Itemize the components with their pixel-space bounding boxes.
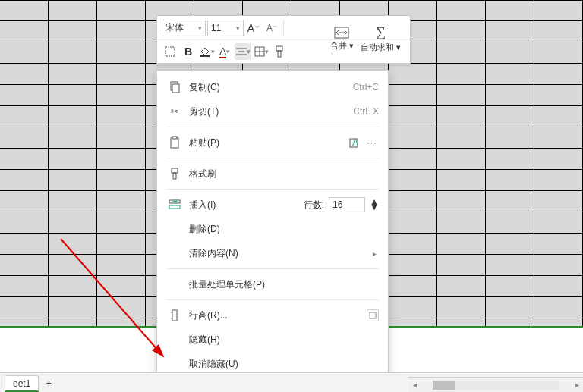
dropdown-icon: ▾ (236, 24, 240, 32)
menu-row-height-label: 行高(R)... (189, 309, 367, 322)
menu-paste[interactable]: 粘贴(P) A ··· (157, 130, 388, 155)
svg-rect-3 (200, 55, 210, 57)
menu-delete-label: 删除(D) (189, 223, 379, 236)
menu-batch[interactable]: 批量处理单元格(P) (157, 272, 388, 296)
font-family-select[interactable]: 宋体▾ (162, 20, 206, 36)
menu-hide[interactable]: 隐藏(H) (157, 328, 388, 352)
svg-text:A: A (352, 137, 358, 148)
font-color-button[interactable]: A▾ (216, 43, 233, 60)
border-icon (254, 46, 265, 57)
menu-batch-label: 批量处理单元格(P) (189, 278, 379, 291)
fill-color-button[interactable]: ▾ (198, 43, 215, 60)
increase-font-button[interactable]: A⁺ (245, 20, 262, 36)
svg-rect-13 (172, 84, 179, 93)
merge-icon (334, 27, 349, 39)
menu-insert-label: 插入(I) (189, 199, 304, 212)
dropdown-icon: ▾ (265, 48, 269, 55)
font-size-value: 11 (211, 23, 221, 33)
scroll-left-icon[interactable]: ◂ (408, 381, 421, 389)
paste-special-button[interactable]: A (347, 136, 361, 149)
spinner-down-icon[interactable]: ▼ (370, 205, 379, 210)
insert-rows-icon: + (166, 196, 183, 213)
decrease-font-button[interactable]: A⁻ (263, 20, 280, 36)
svg-rect-11 (278, 51, 281, 57)
menu-row-height[interactable]: 行高(R)... (157, 303, 388, 328)
rows-count-label: 行数: (304, 199, 324, 212)
row-height-icon (166, 307, 183, 324)
scrollbar-track[interactable] (433, 381, 559, 390)
context-menu: 复制(C) Ctrl+C ✂ 剪切(T) Ctrl+X 粘贴(P) A ··· … (156, 70, 389, 392)
svg-rect-10 (276, 46, 282, 51)
format-painter-button[interactable] (271, 43, 288, 60)
merge-cells-button[interactable]: 合并 ▾ (326, 20, 358, 57)
menu-delete[interactable]: 删除(D) (157, 217, 388, 241)
menu-copy-shortcut: Ctrl+C (353, 82, 379, 93)
border-button[interactable]: ▾ (253, 43, 269, 60)
menu-copy-label: 复制(C) (189, 81, 353, 94)
menu-clear[interactable]: 清除内容(N) ▸ (157, 241, 388, 265)
format-painter-icon (166, 165, 183, 182)
svg-rect-23 (172, 310, 177, 321)
dropdown-icon: ▾ (247, 48, 251, 55)
scissors-icon: ✂ (166, 103, 183, 120)
svg-rect-19 (173, 173, 176, 179)
svg-rect-15 (172, 136, 177, 139)
font-family-value: 宋体 (165, 21, 184, 34)
scrollbar-thumb[interactable] (433, 381, 455, 390)
submenu-arrow-icon: ▸ (370, 249, 379, 258)
paste-more-button[interactable]: ··· (365, 136, 379, 149)
plus-icon: + (46, 378, 52, 389)
menu-paste-label: 粘贴(P) (189, 136, 347, 149)
menu-copy[interactable]: 复制(C) Ctrl+C (157, 75, 388, 99)
dropdown-icon: ▾ (211, 48, 215, 55)
svg-rect-14 (171, 138, 178, 148)
copy-icon (166, 79, 183, 96)
paint-bucket-icon (198, 45, 211, 58)
menu-cut[interactable]: ✂ 剪切(T) Ctrl+X (157, 99, 388, 124)
menu-clear-label: 清除内容(N) (189, 247, 370, 260)
select-area-icon (164, 45, 176, 58)
svg-rect-2 (165, 47, 175, 56)
paste-special-icon: A (348, 137, 359, 148)
dropdown-icon: ▾ (198, 24, 202, 32)
bold-button[interactable]: B (180, 43, 197, 60)
add-sheet-button[interactable]: + (40, 375, 57, 392)
dropdown-icon: ▾ (226, 48, 230, 55)
font-size-select[interactable]: 11▾ (207, 20, 244, 36)
menu-cut-label: 剪切(T) (189, 105, 353, 118)
scroll-right-icon[interactable]: ▸ (571, 381, 583, 389)
mini-toolbar: 宋体▾ 11▾ A⁺ A⁻ 合并 ▾ ∑ 自动求和 ▾ B ▾ A▾ ▾ ▾ (156, 15, 411, 64)
auto-fit-icon (369, 312, 377, 319)
menu-format-painter-label: 格式刷 (189, 168, 379, 180)
align-button[interactable]: ▾ (235, 43, 251, 60)
menu-cut-shortcut: Ctrl+X (353, 106, 379, 117)
svg-rect-26 (370, 312, 376, 318)
select-area-button[interactable] (162, 43, 178, 60)
autosum-label: 自动求和 ▾ (361, 42, 401, 53)
menu-format-painter[interactable]: 格式刷 (157, 162, 388, 186)
rows-count-input[interactable] (329, 197, 365, 212)
auto-fit-button[interactable] (367, 309, 379, 321)
menu-hide-label: 隐藏(H) (189, 334, 379, 347)
align-center-icon (236, 47, 247, 56)
svg-text:+: + (172, 199, 178, 207)
merge-label: 合并 ▾ (330, 40, 354, 52)
sheet-tab-1-label: eet1 (13, 378, 30, 389)
clipboard-icon (166, 134, 183, 151)
format-painter-icon (274, 45, 285, 58)
svg-rect-18 (172, 168, 178, 173)
autosum-button[interactable]: ∑ 自动求和 ▾ (356, 20, 405, 57)
horizontal-scrollbar[interactable]: ◂ ▸ (408, 377, 583, 392)
menu-unhide-label: 取消隐藏(U) (189, 358, 379, 371)
sigma-icon: ∑ (376, 24, 386, 40)
menu-insert[interactable]: + 插入(I) 行数: ▲ ▼ (157, 193, 388, 217)
sheet-tab-1[interactable]: eet1 (5, 375, 39, 392)
